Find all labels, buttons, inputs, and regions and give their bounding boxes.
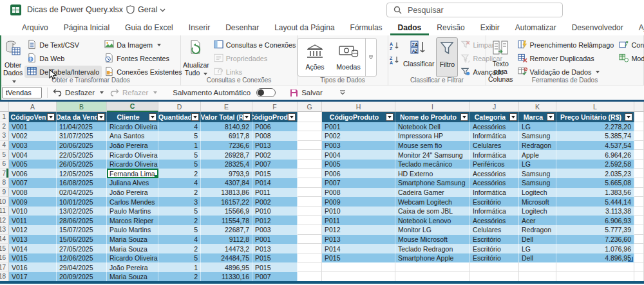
cell-f17[interactable]: P015 bbox=[252, 262, 298, 272]
cell-h12[interactable]: P011 bbox=[322, 216, 395, 225]
cell-k3[interactable]: Samsung bbox=[519, 131, 556, 141]
cell-f2[interactable]: P006 bbox=[252, 122, 298, 132]
cell-b6[interactable]: 26/05/2025 bbox=[57, 160, 107, 169]
cell-i5[interactable]: Monitor 24" Samsung bbox=[395, 150, 470, 160]
cell-d9[interactable]: 2 bbox=[158, 188, 201, 198]
cell-c5[interactable]: Ricardo Oliveira bbox=[107, 150, 158, 160]
cell-i14[interactable]: Mouse Microsoft bbox=[395, 235, 470, 244]
undo-button[interactable]: Desfazer bbox=[53, 89, 104, 97]
datatype-acoes-button[interactable]: Ações bbox=[298, 39, 332, 76]
cell-c12[interactable]: Marcos Rieper bbox=[107, 216, 158, 225]
cell-h4[interactable]: P003 bbox=[322, 141, 395, 151]
da-web-button[interactable]: Da Web bbox=[24, 52, 102, 64]
cell-f4[interactable]: P013 bbox=[252, 141, 298, 151]
menu-tab-layout-da-pagina[interactable]: Layout da Página bbox=[267, 19, 342, 35]
cell-e17[interactable]: 4896,95 bbox=[201, 262, 252, 272]
menu-tab-automatizar[interactable]: Automatizar bbox=[507, 19, 564, 35]
cell-d16[interactable]: 5 bbox=[158, 253, 201, 263]
cell-h18[interactable] bbox=[322, 272, 395, 282]
cell-f14[interactable]: P001 bbox=[252, 235, 298, 244]
name-box[interactable] bbox=[2, 87, 42, 98]
row-header-4[interactable]: 4 bbox=[0, 141, 9, 151]
cell-b16[interactable]: 12/06/2025 bbox=[57, 253, 107, 263]
products-header-categoria[interactable]: Categoria bbox=[470, 112, 519, 122]
cell-i6[interactable]: Teclado mecânico bbox=[395, 160, 470, 169]
cell-f3[interactable]: P008 bbox=[252, 131, 298, 141]
menu-tab-exibir[interactable]: Exibir bbox=[473, 19, 507, 35]
cell-j8[interactable]: Acessórios bbox=[470, 178, 519, 188]
toolbar-overflow-icon[interactable] bbox=[339, 90, 346, 95]
cell-j7[interactable]: Acessórios bbox=[470, 169, 519, 178]
cell-b4[interactable]: 20/06/2025 bbox=[57, 141, 107, 151]
cell-j3[interactable]: Informática bbox=[470, 131, 519, 141]
cell-b13[interactable]: 15/07/2025 bbox=[57, 225, 107, 235]
cell-a13[interactable]: V012 bbox=[9, 225, 57, 235]
sort-za-button[interactable]: ZA bbox=[390, 55, 400, 64]
cell-j10[interactable]: Escritório bbox=[470, 197, 519, 207]
cell-m7[interactable] bbox=[634, 169, 644, 178]
cell-b14[interactable]: 15/06/2025 bbox=[57, 235, 107, 244]
products-header-marca[interactable]: Marca bbox=[519, 112, 556, 122]
cell-f16[interactable]: P015 bbox=[252, 253, 298, 263]
cell-l8[interactable]: 5.665,08 bbox=[556, 178, 634, 188]
cell-c2[interactable]: Ricardo Oliveira bbox=[107, 122, 158, 132]
cell-k9[interactable]: Logitech bbox=[519, 188, 556, 198]
menu-tab-formulas[interactable]: Fórmulas bbox=[343, 19, 390, 35]
cell-j17[interactable] bbox=[470, 262, 519, 272]
cell-i7[interactable]: HD Externo bbox=[395, 169, 470, 178]
cell-j12[interactable]: Acessórios bbox=[470, 216, 519, 225]
menu-tab-ajuda[interactable]: Ajuda bbox=[631, 19, 644, 35]
cell-d2[interactable]: 4 bbox=[158, 122, 201, 132]
menu-tab-pagina-inicial[interactable]: Página Inicial bbox=[56, 19, 117, 35]
cell-i8[interactable]: Smartphone Samsung bbox=[395, 178, 470, 188]
cell-g2[interactable] bbox=[298, 122, 322, 132]
cell-j6[interactable]: Periféricos bbox=[470, 160, 519, 169]
cell-g14[interactable] bbox=[298, 235, 322, 244]
cell-f7[interactable]: P015 bbox=[252, 169, 298, 178]
cell-e13[interactable]: 22687,7 bbox=[201, 225, 252, 235]
cell-k4[interactable]: Redragon bbox=[519, 141, 556, 151]
filter-button[interactable] bbox=[149, 113, 156, 121]
row-header-13[interactable]: 13 bbox=[0, 225, 9, 235]
cell-g7[interactable] bbox=[298, 169, 322, 178]
cell-k15[interactable]: LG bbox=[519, 244, 556, 253]
cell-i10[interactable]: Webcam Logitech bbox=[395, 197, 470, 207]
cell-g10[interactable] bbox=[298, 197, 322, 207]
filter-button[interactable] bbox=[460, 113, 468, 121]
row-header-1[interactable]: 1 bbox=[0, 112, 9, 122]
cell-e11[interactable]: 15566,9 bbox=[201, 207, 252, 216]
cell-b5[interactable]: 22/05/2025 bbox=[57, 150, 107, 160]
cell-f5[interactable]: P002 bbox=[252, 150, 298, 160]
cell-j16[interactable]: Escritório bbox=[470, 253, 519, 263]
filter-button[interactable] bbox=[97, 113, 105, 121]
cell-j15[interactable]: Escritório bbox=[470, 244, 519, 253]
cell-h10[interactable]: P009 bbox=[322, 197, 395, 207]
cell-m2[interactable] bbox=[634, 122, 644, 132]
cell-l9[interactable]: 1.383,56 bbox=[556, 188, 634, 198]
cell-j9[interactable]: Informática bbox=[470, 188, 519, 198]
filter-button[interactable] bbox=[191, 113, 199, 121]
sensitivity-chevron-icon[interactable] bbox=[160, 8, 166, 12]
cell-b10[interactable]: 10/01/2025 bbox=[57, 197, 107, 207]
cell-i11[interactable]: Caixa de som JBL bbox=[395, 207, 470, 216]
cell-k8[interactable]: Samsung bbox=[519, 178, 556, 188]
propriedades-button[interactable]: Propriedades bbox=[211, 52, 299, 64]
cell-a5[interactable]: V004 bbox=[9, 150, 57, 160]
cell-m10[interactable] bbox=[634, 197, 644, 207]
cell-g16[interactable] bbox=[298, 253, 322, 263]
cell-j2[interactable]: Acessórios bbox=[470, 122, 519, 132]
column-header-I[interactable]: I bbox=[395, 102, 470, 112]
cell-c11[interactable]: Paulo Martins bbox=[107, 207, 158, 216]
row-header-5[interactable]: 5 bbox=[0, 150, 9, 160]
remover-duplicadas-button[interactable]: Remover Duplicadas bbox=[515, 52, 617, 64]
cell-m13[interactable] bbox=[634, 225, 644, 235]
cell-d12[interactable]: 2 bbox=[158, 216, 201, 225]
cell-k2[interactable]: LG bbox=[519, 122, 556, 132]
cell-c4[interactable]: João Pereira bbox=[107, 141, 158, 151]
cell-a9[interactable]: V008 bbox=[9, 188, 57, 198]
column-header-A[interactable]: A bbox=[9, 102, 57, 112]
cell-i16[interactable]: Smartphone Apple bbox=[395, 253, 470, 263]
cell-c6[interactable]: Ricardo Oliveira bbox=[107, 160, 158, 169]
cell-g6[interactable] bbox=[298, 160, 322, 169]
preenchimento-relampago-button[interactable]: Preenchimento Relâmpago bbox=[515, 39, 617, 51]
